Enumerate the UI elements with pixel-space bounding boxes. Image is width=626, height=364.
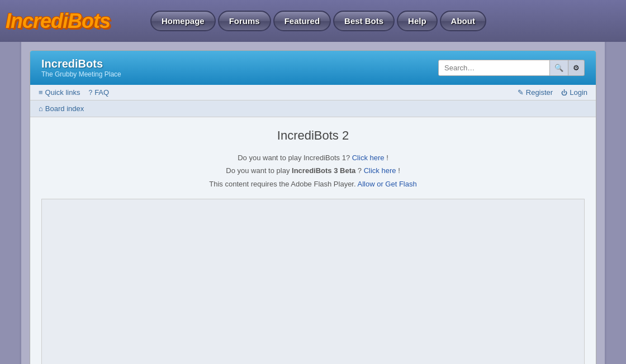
main-nav: Homepage Forums Featured Best Bots Help …	[150, 11, 486, 31]
nav-best-bots[interactable]: Best Bots	[333, 11, 395, 31]
line2-pre: Do you want to play	[226, 166, 290, 175]
right-toolbar: Register Login	[518, 88, 587, 97]
flash-link[interactable]: Allow or Get Flash	[358, 180, 417, 188]
nav-about[interactable]: About	[440, 11, 486, 31]
main-wrapper: IncrediBots The Grubby Meeting Place 🔍 ⚙…	[20, 42, 606, 364]
top-navigation: IncrediBots Homepage Forums Featured Bes…	[0, 0, 626, 42]
nav-forums[interactable]: Forums	[218, 11, 271, 31]
line2-post: !	[398, 166, 400, 175]
line1-pre: Do you want to play IncrediBots 1?	[238, 154, 350, 162]
register-icon	[518, 88, 524, 97]
faq-label: FAQ	[94, 88, 109, 97]
flash-area	[41, 199, 585, 364]
register-label: Register	[526, 88, 553, 97]
quick-links-label: Quick links	[45, 88, 80, 97]
board-index-link[interactable]: Board index	[39, 104, 84, 113]
login-icon	[561, 88, 567, 97]
question-icon	[88, 88, 92, 97]
faq-link[interactable]: FAQ	[88, 88, 109, 97]
incredibots3-link[interactable]: Click here	[364, 166, 396, 175]
search-icon: 🔍	[554, 64, 563, 72]
nav-homepage[interactable]: Homepage	[150, 11, 216, 31]
search-button[interactable]: 🔍	[550, 60, 568, 76]
advanced-search-button[interactable]: ⚙	[568, 60, 585, 76]
nav-featured[interactable]: Featured	[273, 11, 331, 31]
line2-bold: IncrediBots 3 Beta	[292, 166, 355, 175]
nav-help[interactable]: Help	[397, 11, 438, 31]
content-area: IncrediBots 2 Do you want to play Incred…	[30, 117, 596, 364]
forum-header: IncrediBots The Grubby Meeting Place 🔍 ⚙	[30, 51, 596, 85]
line2-mid: ?	[358, 166, 362, 175]
lines-icon	[39, 88, 43, 97]
forum-title-group: IncrediBots The Grubby Meeting Place	[41, 58, 121, 78]
line1-post: !	[386, 154, 388, 162]
site-logo[interactable]: IncrediBots	[6, 9, 110, 33]
search-input[interactable]	[438, 60, 550, 76]
quick-links-button[interactable]: Quick links	[39, 88, 80, 97]
left-toolbar: Quick links FAQ	[39, 88, 109, 97]
promo-text: Do you want to play IncrediBots 1? Click…	[41, 151, 585, 190]
gear-icon: ⚙	[573, 64, 580, 72]
logo-area: IncrediBots	[6, 9, 148, 33]
board-index-row: Board index	[30, 100, 596, 117]
line3-pre: This content requires the Adobe Flash Pl…	[209, 180, 355, 188]
login-link[interactable]: Login	[561, 88, 587, 97]
board-index-label: Board index	[45, 104, 84, 113]
toolbar-row: Quick links FAQ Register Login	[30, 85, 596, 100]
login-label: Login	[570, 88, 587, 97]
page-title: IncrediBots 2	[41, 128, 585, 143]
forum-title: IncrediBots	[41, 58, 121, 70]
forum-subtitle: The Grubby Meeting Place	[41, 70, 121, 78]
search-area: 🔍 ⚙	[438, 60, 585, 76]
register-link[interactable]: Register	[518, 88, 553, 97]
home-icon	[39, 104, 43, 113]
forum-container: IncrediBots The Grubby Meeting Place 🔍 ⚙…	[30, 50, 596, 364]
incredibots1-link[interactable]: Click here	[352, 154, 385, 162]
